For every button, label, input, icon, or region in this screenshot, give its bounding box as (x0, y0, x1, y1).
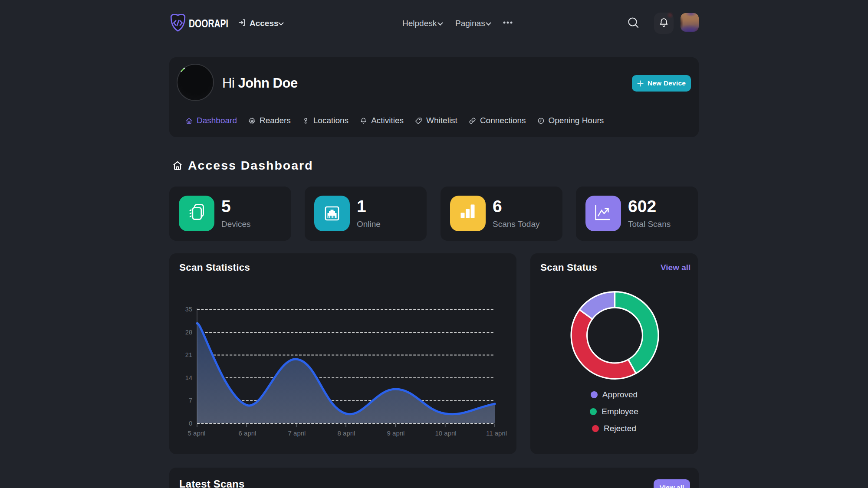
svg-text:5 april: 5 april (188, 429, 206, 437)
svg-text:10 april: 10 april (435, 429, 456, 437)
svg-text:35: 35 (185, 306, 192, 313)
svg-text:21: 21 (185, 351, 192, 358)
svg-text:28: 28 (185, 329, 192, 336)
svg-text:7: 7 (189, 397, 192, 404)
svg-text:9 april: 9 april (387, 429, 405, 437)
svg-text:8 april: 8 april (338, 429, 355, 437)
svg-text:6 april: 6 april (239, 429, 256, 437)
svg-text:11 april: 11 april (486, 429, 507, 437)
svg-text:7 april: 7 april (288, 429, 306, 437)
svg-text:14: 14 (185, 374, 192, 381)
svg-text:0: 0 (189, 420, 192, 427)
